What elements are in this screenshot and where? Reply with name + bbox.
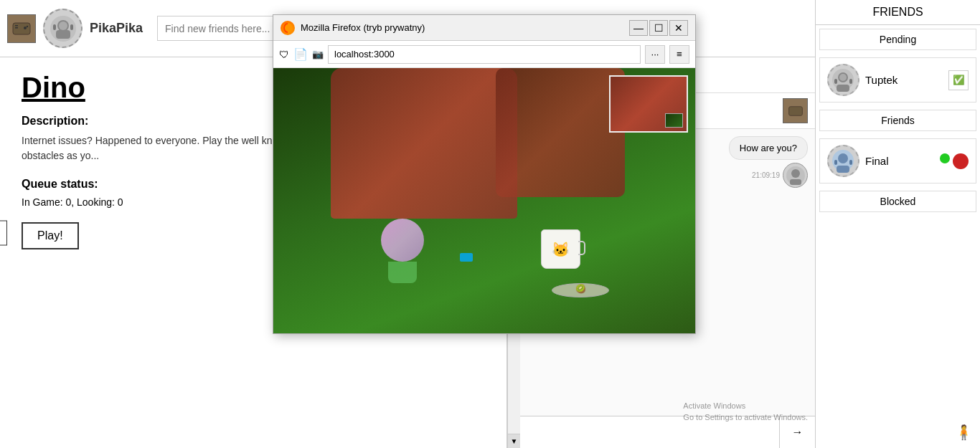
final-name: Final [865,155,934,167]
svg-rect-22 [834,79,837,84]
svg-point-25 [838,153,848,163]
friends-panel: FRIENDS Pending Tuptek ✅ Friends [815,0,980,448]
game-icon-svg [11,19,32,39]
friends-header: FRIENDS [816,0,980,25]
back-button[interactable]: ← [0,221,7,246]
shield-icon: 🛡 [279,49,289,60]
firefox-url-bar[interactable]: localhost:3000 [328,45,641,64]
firefox-more-button[interactable]: ··· [645,45,665,64]
svg-rect-11 [788,106,802,115]
activate-windows-watermark: Activate Windows Go to Settings to activ… [683,401,808,423]
more-dots-icon: ··· [651,49,659,59]
tuptek-avatar-svg [831,67,856,92]
firefox-video-content: 🐱 🥝 [273,68,695,333]
cushion-left [331,68,517,219]
svg-rect-14 [790,179,801,185]
svg-point-7 [59,22,67,30]
svg-point-4 [27,25,28,27]
tuptek-accept-button[interactable]: ✅ [948,70,969,90]
firefox-minimize-button[interactable]: — [629,20,648,36]
activate-windows-title: Activate Windows [683,401,808,411]
svg-rect-0 [13,23,30,34]
firefox-maximize-button[interactable]: ☐ [649,20,668,36]
final-actions [940,153,969,169]
remove-dot [956,157,965,166]
friends-section-header: Friends [819,110,976,131]
small-game-icon-svg [788,103,804,119]
firefox-toolbar: 🛡 📄 📷 localhost:3000 ··· ≡ [273,41,695,68]
svg-rect-21 [837,85,849,92]
firefox-close-button[interactable]: ✕ [669,20,688,36]
play-button[interactable]: Play! [22,222,79,249]
user-avatar [43,9,83,48]
url-text: localhost:3000 [334,49,395,59]
chat-meta-right: 21:09:19 [752,163,808,188]
svg-point-20 [839,74,847,81]
firefox-window: Mozilla Firefox (tryb prywatny) — ☐ ✕ 🛡 … [273,14,696,334]
svg-rect-2 [15,27,18,29]
avatar-image [49,14,77,43]
final-online-indicator [940,153,950,163]
final-remove-button[interactable] [953,153,969,169]
firefox-logo [282,22,293,34]
camera-icon: 📷 [312,49,324,59]
svg-rect-9 [53,24,56,30]
username-label: PikaPika [90,21,143,36]
svg-rect-1 [15,25,18,27]
person-icon: 🧍 [955,424,973,441]
tuptek-name: Tuptek [865,74,943,86]
cat-mug: 🐱 [541,229,580,269]
svg-point-3 [24,27,27,29]
small-game-icon [783,98,808,123]
hamburger-icon: ≡ [677,49,682,59]
camera-indicator [460,253,473,262]
blocked-section-header: Blocked [819,191,976,212]
tuptek-avatar [827,64,859,96]
tuptek-actions: ✅ [948,70,969,90]
cushion-right [496,68,625,197]
page-icon: 📄 [293,47,308,61]
svg-rect-8 [56,30,70,39]
pip-video [609,75,688,133]
firefox-window-controls: — ☐ ✕ [629,20,688,36]
friends-panel-bottom: 🧍 [816,216,980,448]
pending-section-header: Pending [819,29,976,50]
firefox-icon [281,21,295,35]
final-avatar [827,145,859,177]
chat-bubble-right: How are you? [729,136,808,160]
game-icon [7,14,36,43]
chat-timestamp-1: 21:09:19 [752,171,780,179]
svg-rect-28 [849,160,852,165]
scroll-down-button[interactable]: ▼ [508,434,520,448]
svg-rect-27 [834,160,837,165]
firefox-titlebar: Mozilla Firefox (tryb prywatny) — ☐ ✕ [273,15,695,41]
friend-item-final: Final [819,138,976,184]
svg-rect-23 [849,79,852,84]
flowers-vase [381,219,424,283]
firefox-title-text: Mozilla Firefox (tryb prywatny) [301,22,623,33]
chat-avatar-right [783,163,808,188]
svg-point-13 [791,169,800,178]
friend-item-tuptek: Tuptek ✅ [819,57,976,103]
svg-rect-26 [837,166,849,173]
final-avatar-svg [831,148,856,173]
svg-rect-10 [70,24,73,30]
avatar-svg-right [785,165,806,186]
firefox-hamburger-button[interactable]: ≡ [669,45,689,64]
plate: 🥝 [552,283,609,297]
activate-windows-subtitle: Go to Settings to activate Windows. [683,412,808,423]
